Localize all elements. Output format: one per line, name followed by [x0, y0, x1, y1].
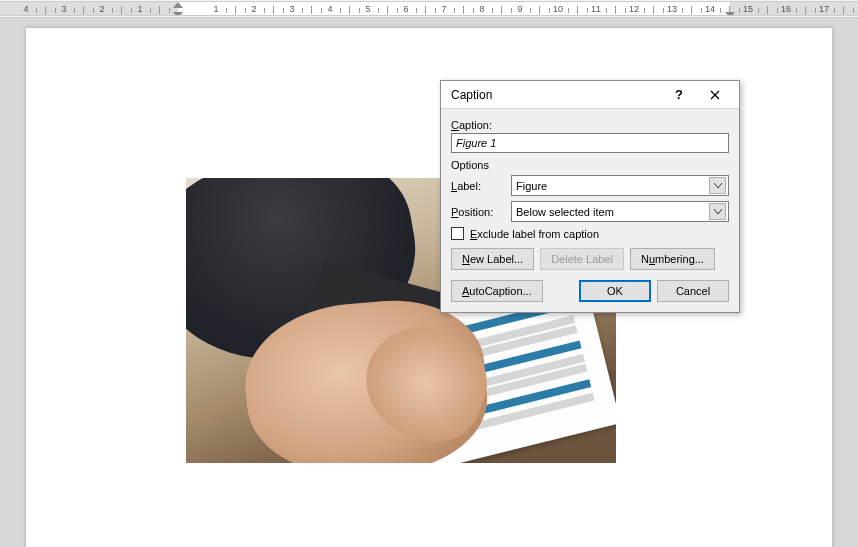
chevron-down-icon: [709, 203, 726, 220]
position-select-value: Below selected item: [516, 206, 614, 218]
options-group-label: Options: [451, 159, 729, 171]
position-select[interactable]: Below selected item: [511, 201, 729, 222]
exclude-label-checkbox[interactable]: [451, 227, 464, 240]
close-icon: [710, 90, 720, 100]
horizontal-ruler[interactable]: 43211234567891011121314151617: [0, 0, 858, 18]
numbering-button[interactable]: Numbering...: [630, 248, 715, 270]
help-icon: ?: [675, 87, 683, 102]
cancel-button[interactable]: Cancel: [657, 280, 729, 302]
dialog-title: Caption: [451, 88, 661, 102]
help-button[interactable]: ?: [661, 82, 697, 108]
caption-dialog: Caption ? Caption: Options Label: Figure…: [440, 80, 740, 313]
label-select[interactable]: Figure: [511, 175, 729, 196]
autocaption-button[interactable]: AutoCaption...: [451, 280, 543, 302]
label-field-label: Label:: [451, 180, 505, 192]
position-field-label: Position:: [451, 206, 505, 218]
caption-field-label: Caption:: [451, 119, 729, 131]
close-button[interactable]: [697, 82, 733, 108]
new-label-button[interactable]: New Label...: [451, 248, 534, 270]
exclude-label-text: Exclude label from caption: [470, 228, 599, 240]
dialog-titlebar[interactable]: Caption ?: [441, 81, 739, 109]
delete-label-button[interactable]: Delete Label: [540, 248, 624, 270]
label-select-value: Figure: [516, 180, 547, 192]
caption-input[interactable]: [451, 133, 729, 153]
chevron-down-icon: [709, 177, 726, 194]
ok-button[interactable]: OK: [579, 280, 651, 302]
